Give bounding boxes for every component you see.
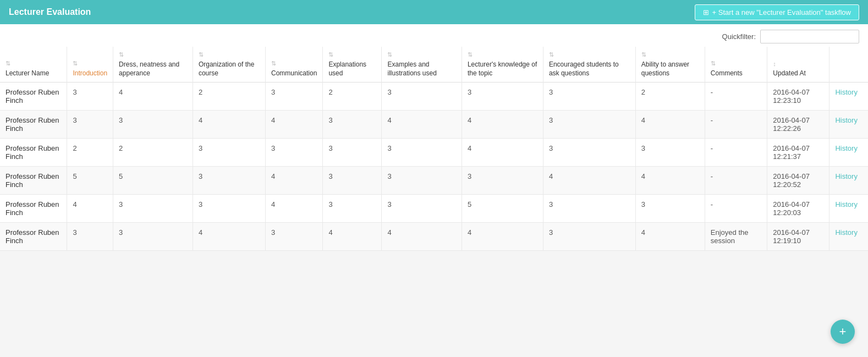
cell-encouraged: 3 [543, 139, 635, 167]
cell-comments: Enjoyed the session [705, 223, 767, 251]
cell-history: History [829, 139, 868, 167]
col-label-updated_at: Updated At [773, 69, 823, 78]
toolbar: Quickfilter: [0, 24, 868, 47]
cell-introduction: 5 [67, 167, 113, 195]
history-link[interactable]: History [835, 228, 857, 237]
cell-introduction: 3 [67, 111, 113, 139]
new-taskflow-icon: ⊞ [703, 8, 709, 17]
cell-lecturer_name: Professor Ruben Finch [0, 195, 67, 223]
cell-explanations: 3 [323, 139, 382, 167]
history-link[interactable]: History [835, 144, 857, 152]
table-body: Professor Ruben Finch342323332-2016-04-0… [0, 83, 868, 251]
cell-introduction: 4 [67, 195, 113, 223]
col-label-explanations: Explanations used [328, 61, 376, 78]
cell-updated_at: 2016-04-07 12:23:10 [767, 83, 829, 111]
evaluation-table: ⇅Lecturer Name⇅Introduction⇅Dress, neatn… [0, 47, 868, 251]
table-row: Professor Ruben Finch334434434-2016-04-0… [0, 111, 868, 139]
cell-knowledge: 3 [462, 83, 543, 111]
cell-history: History [829, 223, 868, 251]
history-link[interactable]: History [835, 172, 857, 180]
sort-icon-encouraged: ⇅ [549, 51, 630, 58]
table-row: Professor Ruben Finch342323332-2016-04-0… [0, 83, 868, 111]
cell-communication: 4 [266, 111, 323, 139]
cell-knowledge: 4 [462, 139, 543, 167]
col-header-organization[interactable]: ⇅Organization of the course [193, 47, 265, 83]
cell-comments: - [705, 167, 767, 195]
cell-encouraged: 3 [543, 195, 635, 223]
cell-comments: - [705, 111, 767, 139]
cell-lecturer_name: Professor Ruben Finch [0, 111, 67, 139]
cell-knowledge: 4 [462, 223, 543, 251]
history-link[interactable]: History [835, 116, 857, 124]
cell-examples: 3 [382, 195, 462, 223]
sort-icon-comments: ⇅ [711, 60, 762, 67]
sort-icon-explanations: ⇅ [328, 51, 376, 58]
cell-examples: 4 [382, 111, 462, 139]
col-header-encouraged[interactable]: ⇅Encouraged students to ask questions [543, 47, 635, 83]
cell-explanations: 3 [323, 195, 382, 223]
col-header-comments[interactable]: ⇅Comments [705, 47, 767, 83]
cell-organization: 4 [193, 111, 265, 139]
cell-updated_at: 2016-04-07 12:22:26 [767, 111, 829, 139]
quickfilter-label: Quickfilter: [722, 32, 756, 41]
sort-icon-introduction: ⇅ [73, 60, 107, 67]
table-header-row: ⇅Lecturer Name⇅Introduction⇅Dress, neatn… [0, 47, 868, 83]
cell-knowledge: 5 [462, 195, 543, 223]
cell-lecturer_name: Professor Ruben Finch [0, 223, 67, 251]
cell-history: History [829, 195, 868, 223]
quickfilter-input[interactable] [760, 30, 859, 43]
cell-encouraged: 3 [543, 111, 635, 139]
cell-history: History [829, 167, 868, 195]
col-header-lecturer_name[interactable]: ⇅Lecturer Name [0, 47, 67, 83]
cell-communication: 3 [266, 223, 323, 251]
history-link[interactable]: History [835, 88, 857, 96]
cell-encouraged: 3 [543, 223, 635, 251]
col-header-dress[interactable]: ⇅Dress, neatness and apperance [113, 47, 193, 83]
cell-organization: 3 [193, 139, 265, 167]
cell-examples: 3 [382, 139, 462, 167]
history-link[interactable]: History [835, 200, 857, 208]
col-header-ability[interactable]: ⇅Ability to answer questions [635, 47, 705, 83]
sort-icon-examples: ⇅ [387, 51, 455, 58]
col-label-encouraged: Encouraged students to ask questions [549, 61, 630, 78]
col-header-updated_at[interactable]: ↕Updated At [767, 47, 829, 83]
table-row: Professor Ruben Finch433433533-2016-04-0… [0, 195, 868, 223]
cell-introduction: 2 [67, 139, 113, 167]
cell-ability: 4 [635, 111, 705, 139]
cell-updated_at: 2016-04-07 12:21:37 [767, 139, 829, 167]
cell-updated_at: 2016-04-07 12:20:03 [767, 195, 829, 223]
cell-communication: 4 [266, 167, 323, 195]
cell-organization: 2 [193, 83, 265, 111]
cell-communication: 3 [266, 139, 323, 167]
cell-history: History [829, 83, 868, 111]
cell-introduction: 3 [67, 223, 113, 251]
cell-dress: 3 [113, 223, 193, 251]
cell-organization: 3 [193, 167, 265, 195]
cell-ability: 3 [635, 195, 705, 223]
sort-icon-ability: ⇅ [641, 51, 699, 58]
col-header-explanations[interactable]: ⇅Explanations used [323, 47, 382, 83]
new-taskflow-label: + Start a new "Lecturer Evaluation" task… [712, 8, 851, 17]
col-header-knowledge[interactable]: ⇅Lecturer's knowledge of the topic [462, 47, 543, 83]
col-label-lecturer_name: Lecturer Name [6, 69, 61, 78]
cell-dress: 2 [113, 139, 193, 167]
cell-explanations: 3 [323, 111, 382, 139]
col-label-examples: Examples and illustrations used [387, 61, 455, 78]
cell-updated_at: 2016-04-07 12:19:10 [767, 223, 829, 251]
cell-knowledge: 3 [462, 167, 543, 195]
col-header-communication[interactable]: ⇅Communication [266, 47, 323, 83]
new-taskflow-button[interactable]: ⊞ + Start a new "Lecturer Evaluation" ta… [695, 4, 859, 20]
sort-icon-updated_at: ↕ [773, 61, 823, 67]
cell-explanations: 3 [323, 167, 382, 195]
sort-icon-organization: ⇅ [199, 51, 260, 58]
sort-icon-lecturer_name: ⇅ [6, 60, 61, 67]
cell-examples: 4 [382, 223, 462, 251]
col-header-introduction[interactable]: ⇅Introduction [67, 47, 113, 83]
col-header-actions[interactable] [829, 47, 868, 83]
col-label-organization: Organization of the course [199, 61, 260, 78]
table-row: Professor Ruben Finch223333433-2016-04-0… [0, 139, 868, 167]
table-wrapper: ⇅Lecturer Name⇅Introduction⇅Dress, neatn… [0, 47, 868, 251]
table-row: Professor Ruben Finch553433344-2016-04-0… [0, 167, 868, 195]
col-header-examples[interactable]: ⇅Examples and illustrations used [382, 47, 462, 83]
col-label-ability: Ability to answer questions [641, 61, 699, 78]
